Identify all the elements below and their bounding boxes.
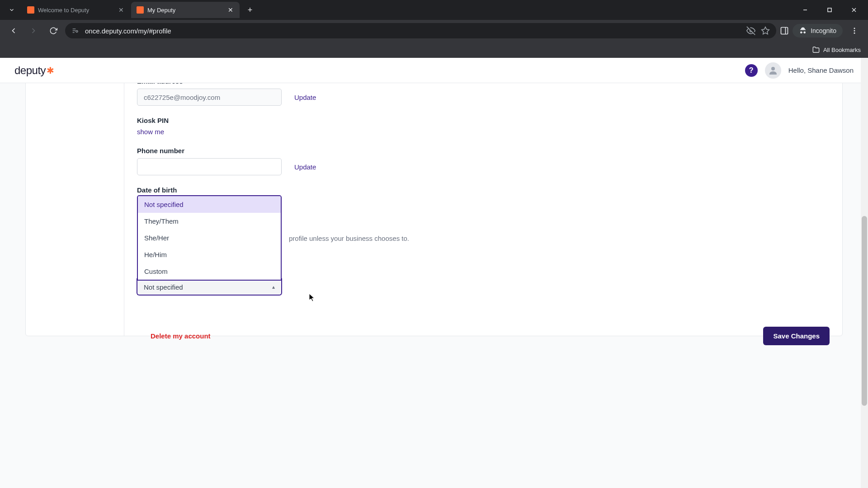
close-icon[interactable]: ✕ [227, 6, 234, 14]
url-text: once.deputy.com/my/#profile [85, 27, 740, 35]
pronoun-dropdown: Not specified They/Them She/Her He/Him C… [137, 195, 282, 281]
kiosk-label: Kiosk PIN [137, 117, 830, 124]
logo-star-icon: ✱ [47, 65, 54, 76]
greeting: Hello, Shane Dawson [788, 66, 854, 74]
browser-chrome: Welcome to Deputy ✕ My Deputy ✕ + once.d… [0, 0, 868, 58]
incognito-badge: Incognito [793, 24, 843, 38]
tab-title: Welcome to Deputy [38, 7, 114, 14]
svg-marker-9 [762, 27, 769, 34]
kiosk-field-group: Kiosk PIN show me [137, 117, 830, 136]
email-label: Email address [137, 83, 830, 85]
pronoun-option-not-specified[interactable]: Not specified [138, 196, 281, 213]
save-changes-button[interactable]: Save Changes [763, 327, 830, 345]
back-button[interactable] [5, 23, 22, 39]
incognito-label: Incognito [811, 27, 836, 34]
card-footer: Delete my account Save Changes [137, 295, 830, 345]
url-box[interactable]: once.deputy.com/my/#profile [65, 23, 776, 38]
help-button[interactable]: ? [745, 64, 758, 77]
app-header: deputy ✱ ? Hello, Shane Dawson [0, 58, 868, 83]
address-bar: once.deputy.com/my/#profile Incognito [0, 20, 868, 42]
update-phone-button[interactable]: Update [294, 163, 316, 171]
new-tab-button[interactable]: + [243, 3, 257, 17]
email-input[interactable] [137, 89, 282, 106]
url-actions [746, 26, 770, 35]
user-icon [768, 65, 778, 76]
scrollbar-thumb[interactable] [862, 216, 867, 406]
card-sidebar [26, 83, 124, 336]
eye-off-icon[interactable] [746, 26, 755, 35]
close-icon[interactable]: ✕ [118, 6, 125, 14]
bookmark-bar: All Bookmarks [0, 42, 868, 58]
card-body: Email address Update Kiosk PIN show me P… [124, 83, 842, 358]
tab-bar: Welcome to Deputy ✕ My Deputy ✕ + [0, 0, 868, 20]
pronoun-select-display[interactable]: Not specified ▴ [137, 279, 282, 295]
main-area: Email address Update Kiosk PIN show me P… [0, 83, 868, 488]
chevron-up-icon: ▴ [272, 284, 275, 290]
show-pin-link[interactable]: show me [137, 128, 164, 136]
delete-account-button[interactable]: Delete my account [137, 328, 224, 344]
phone-field-group: Phone number Update [137, 147, 830, 175]
maximize-button[interactable] [819, 3, 840, 17]
folder-icon [812, 46, 820, 53]
pronoun-selected-value: Not specified [144, 283, 183, 291]
header-right: ? Hello, Shane Dawson [745, 62, 854, 79]
helper-text: profile unless your business chooses to. [289, 235, 409, 242]
all-bookmarks-button[interactable]: All Bookmarks [812, 46, 861, 53]
reload-button[interactable] [45, 23, 61, 39]
tab-search-button[interactable] [4, 2, 20, 18]
tab-my-deputy[interactable]: My Deputy ✕ [131, 2, 240, 18]
pronoun-select: Not specified They/Them She/Her He/Him C… [137, 279, 282, 295]
pronoun-option-custom[interactable]: Custom [138, 263, 281, 280]
window-controls [795, 3, 868, 17]
svg-rect-1 [828, 8, 831, 12]
star-icon[interactable] [761, 26, 770, 35]
avatar[interactable] [765, 62, 781, 79]
svg-point-14 [854, 33, 855, 34]
svg-point-12 [854, 28, 855, 29]
logo-text: deputy [14, 64, 46, 77]
site-info-icon[interactable] [71, 27, 79, 34]
scrollbar-track[interactable] [861, 58, 868, 488]
favicon-icon [27, 6, 34, 14]
tab-welcome[interactable]: Welcome to Deputy ✕ [22, 2, 130, 18]
pronoun-option-they-them[interactable]: They/Them [138, 213, 281, 230]
all-bookmarks-label: All Bookmarks [823, 47, 861, 53]
email-field-group: Email address Update [137, 83, 830, 106]
side-panel-icon[interactable] [780, 26, 789, 35]
favicon-icon [137, 6, 144, 14]
update-email-button[interactable]: Update [294, 94, 316, 101]
phone-label: Phone number [137, 147, 830, 155]
close-window-button[interactable] [844, 3, 864, 17]
forward-button[interactable] [25, 23, 42, 39]
pronoun-option-she-her[interactable]: She/Her [138, 230, 281, 246]
svg-point-15 [771, 67, 775, 70]
dob-field-group: Date of birth profile unless your busine… [137, 186, 830, 295]
svg-point-7 [76, 30, 78, 32]
svg-point-13 [854, 30, 855, 32]
dob-label: Date of birth [137, 186, 830, 194]
phone-input[interactable] [137, 158, 282, 175]
tab-title: My Deputy [147, 7, 223, 14]
svg-rect-10 [781, 28, 788, 34]
incognito-icon [799, 27, 807, 35]
browser-menu-button[interactable] [846, 27, 863, 35]
profile-card: Email address Update Kiosk PIN show me P… [25, 83, 843, 336]
minimize-button[interactable] [795, 3, 816, 17]
pronoun-option-he-him[interactable]: He/Him [138, 246, 281, 263]
logo[interactable]: deputy ✱ [14, 64, 54, 77]
